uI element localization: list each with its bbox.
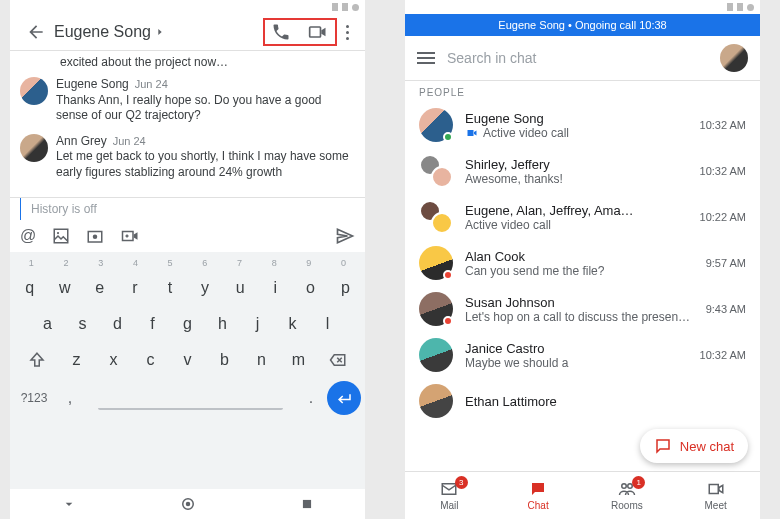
item-subtitle: Maybe we should a — [465, 356, 688, 370]
key[interactable]: q — [14, 273, 45, 303]
item-subtitle: Let's hop on a call to discuss the prese… — [465, 310, 694, 324]
svg-point-1 — [57, 231, 59, 233]
message-sender: Eugene Song — [56, 77, 129, 93]
mention-icon[interactable]: @ — [20, 227, 36, 245]
item-time: 10:32 AM — [700, 349, 746, 361]
key[interactable]: b — [208, 345, 241, 375]
key[interactable]: z — [60, 345, 93, 375]
menu-icon[interactable] — [417, 52, 435, 64]
chat-icon — [528, 480, 548, 498]
shift-key-icon[interactable] — [18, 351, 56, 369]
key[interactable]: r — [119, 273, 150, 303]
presence-icon — [443, 270, 453, 280]
section-label: PEOPLE — [405, 81, 760, 102]
list-item[interactable]: Susan Johnson Let's hop on a call to dis… — [405, 286, 760, 332]
key[interactable]: u — [225, 273, 256, 303]
list-item[interactable]: Janice Castro Maybe we should a 10:32 AM — [405, 332, 760, 378]
item-subtitle: Can you send me the file? — [465, 264, 694, 278]
list-item[interactable]: Shirley, Jeffery Awesome, thanks! 10:32 … — [405, 148, 760, 194]
list-item[interactable]: Ethan Lattimore — [405, 378, 760, 424]
key[interactable]: n — [245, 345, 278, 375]
key[interactable]: k — [277, 309, 308, 339]
list-item[interactable]: Alan Cook Can you send me the file? 9:57… — [405, 240, 760, 286]
nav-home-icon[interactable] — [179, 495, 197, 513]
key[interactable]: e — [84, 273, 115, 303]
back-icon[interactable] — [18, 14, 54, 50]
avatar — [419, 108, 453, 142]
nav-back-icon[interactable] — [61, 496, 77, 512]
message-snippet: excited about the project now… — [60, 55, 355, 69]
more-menu-icon[interactable] — [337, 25, 357, 40]
new-chat-fab[interactable]: New chat — [640, 429, 748, 463]
camera-icon[interactable] — [86, 227, 104, 245]
badge: 3 — [455, 476, 468, 489]
period-key[interactable]: . — [299, 389, 323, 407]
key[interactable]: h — [207, 309, 238, 339]
tab-rooms[interactable]: 1 Rooms — [583, 472, 672, 519]
key[interactable]: d — [102, 309, 133, 339]
status-bar — [405, 0, 760, 14]
key[interactable]: p — [330, 273, 361, 303]
key[interactable]: m — [282, 345, 315, 375]
conversation-title[interactable]: Eugene Song — [54, 23, 165, 41]
nav-recent-icon[interactable] — [300, 497, 314, 511]
avatar — [419, 338, 453, 372]
list-item[interactable]: Eugene Song Active video call 10:32 AM — [405, 102, 760, 148]
message-list: excited about the project now… Eugene So… — [10, 51, 365, 197]
tab-label: Chat — [528, 500, 549, 511]
key[interactable]: s — [67, 309, 98, 339]
svg-point-9 — [622, 484, 627, 489]
tab-chat[interactable]: Chat — [494, 472, 583, 519]
key[interactable]: l — [312, 309, 343, 339]
key[interactable]: i — [260, 273, 291, 303]
avatar — [20, 77, 48, 105]
tab-meet[interactable]: Meet — [671, 472, 760, 519]
key[interactable]: g — [172, 309, 203, 339]
compose-toolbar: @ — [10, 220, 365, 252]
videocam-icon — [465, 127, 479, 139]
tab-label: Meet — [705, 500, 727, 511]
item-time: 10:22 AM — [700, 211, 746, 223]
key[interactable]: x — [97, 345, 130, 375]
voice-call-icon[interactable] — [271, 22, 291, 42]
avatar — [419, 384, 453, 418]
keyboard-hint-row: 1234567890 — [14, 258, 361, 270]
item-time: 10:32 AM — [700, 165, 746, 177]
enter-key-icon[interactable] — [327, 381, 361, 415]
tab-label: Mail — [440, 500, 458, 511]
status-bar — [10, 0, 365, 14]
item-name: Ethan Lattimore — [465, 394, 746, 409]
key[interactable]: o — [295, 273, 326, 303]
video-call-icon[interactable] — [307, 22, 329, 42]
account-avatar[interactable] — [720, 44, 748, 72]
chat-icon — [654, 437, 672, 455]
android-nav-bar — [10, 489, 365, 519]
key[interactable]: v — [171, 345, 204, 375]
message-text: Thanks Ann, I really hope so. Do you hav… — [56, 93, 355, 124]
key[interactable]: j — [242, 309, 273, 339]
key[interactable]: y — [190, 273, 221, 303]
meet-icon — [705, 480, 727, 498]
send-icon[interactable] — [335, 226, 355, 246]
key[interactable]: a — [32, 309, 63, 339]
comma-key[interactable]: , — [58, 389, 82, 407]
item-name: Eugene, Alan, Jeffrey, Ama… — [465, 203, 688, 218]
ongoing-call-banner[interactable]: Eugene Song • Ongoing call 10:38 — [405, 14, 760, 36]
key[interactable]: c — [134, 345, 167, 375]
message-sender: Ann Grey — [56, 134, 107, 150]
key[interactable]: f — [137, 309, 168, 339]
tab-mail[interactable]: 3 Mail — [405, 472, 494, 519]
space-key[interactable] — [98, 386, 283, 410]
item-time: 10:32 AM — [700, 119, 746, 131]
avatar — [419, 246, 453, 280]
image-icon[interactable] — [52, 227, 70, 245]
mode-switch-key[interactable]: ?123 — [14, 391, 54, 405]
list-item[interactable]: Eugene, Alan, Jeffrey, Ama… Active video… — [405, 194, 760, 240]
key[interactable]: w — [49, 273, 80, 303]
call-actions-highlight — [263, 18, 337, 46]
backspace-key-icon[interactable] — [319, 351, 357, 369]
compose-input[interactable]: History is off — [20, 198, 365, 220]
search-bar[interactable]: Search in chat — [405, 36, 760, 80]
key[interactable]: t — [154, 273, 185, 303]
video-attach-icon[interactable] — [120, 227, 140, 245]
